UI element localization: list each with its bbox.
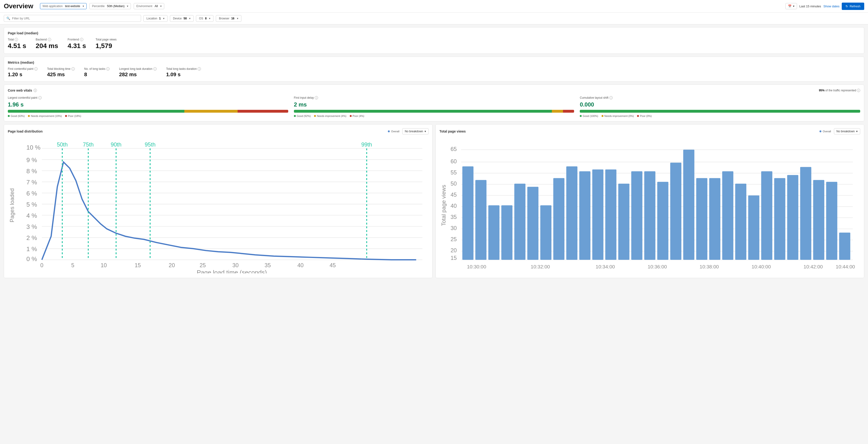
time-range-picker[interactable]: 📅 ▾ (785, 3, 797, 9)
refresh-button[interactable]: ↻ Refresh (842, 3, 864, 10)
svg-text:0: 0 (40, 262, 43, 268)
page-load-dist-header: Page load distribution Overall No breakd… (8, 128, 429, 135)
fcp-metric: First contentful paint i 1.20 s (8, 67, 38, 78)
page-views-overall-legend: Overall (819, 130, 831, 133)
svg-text:25: 25 (200, 262, 206, 268)
svg-text:5: 5 (71, 262, 74, 268)
page-load-overall-legend: Overall (388, 130, 399, 133)
backend-metric: Backend i 204 ms (36, 38, 58, 50)
cwv-info-icon[interactable]: i (34, 89, 37, 92)
fid-info-icon[interactable]: i (315, 96, 318, 99)
web-app-caret-icon: ▾ (83, 4, 84, 8)
cls-item: Cumulative layout shift i 0.000 Good (10… (580, 96, 860, 117)
location-filter[interactable]: Location 1 ▾ (144, 15, 167, 22)
page-views-breakdown-select[interactable]: No breakdown ▾ (834, 128, 860, 135)
lcp-item: Largest contentful paint i 1.96 s Good (… (8, 96, 288, 117)
os-filter[interactable]: OS 8 ▾ (196, 15, 213, 22)
svg-rect-92 (787, 175, 798, 260)
web-app-label: Web application (42, 4, 63, 8)
svg-text:10:40:00: 10:40:00 (751, 264, 771, 269)
svg-text:10: 10 (100, 262, 107, 268)
metrics-median-title: Metrics (median) (8, 61, 860, 64)
page-views-value: 1,579 (96, 42, 117, 50)
time-section: 📅 ▾ Last 15 minutes Show dates ↻ Refresh (785, 3, 864, 10)
page-load-title: Page load (median) (8, 31, 860, 35)
total-long-info-icon[interactable]: i (197, 67, 201, 70)
page-load-breakdown-select[interactable]: No breakdown ▾ (402, 128, 429, 135)
svg-rect-82 (657, 182, 668, 260)
cls-value: 0.000 (580, 101, 860, 108)
fid-good-bar (294, 110, 552, 113)
page-views-metric: Total page views 1,579 (96, 38, 117, 50)
svg-text:Total page views: Total page views (441, 185, 447, 226)
svg-rect-90 (761, 171, 772, 260)
svg-rect-71 (514, 184, 525, 260)
svg-text:55: 55 (451, 170, 457, 176)
svg-text:20: 20 (169, 262, 175, 268)
svg-text:4 %: 4 % (26, 212, 37, 219)
web-app-value: test-website (65, 4, 80, 8)
backend-info-icon[interactable]: i (48, 38, 51, 41)
svg-rect-87 (722, 171, 733, 260)
svg-rect-80 (631, 171, 643, 260)
frontend-info-icon[interactable]: i (80, 38, 83, 41)
fcp-value: 1.20 s (8, 71, 38, 78)
page-load-dist-chart: 10 % 9 % 8 % 7 % 6 % 5 % 4 % 3 % 2 % 1 %… (8, 137, 429, 273)
traffic-info-icon[interactable]: i (857, 89, 860, 92)
views-overall-dot (819, 130, 822, 132)
time-range-label: Last 15 minutes (799, 4, 821, 8)
time-caret-icon: ▾ (793, 4, 795, 8)
lcp-poor-bar (238, 110, 288, 113)
svg-rect-74 (553, 178, 564, 260)
svg-rect-88 (735, 184, 746, 260)
lcp-needs-dot (28, 115, 30, 117)
long-tasks-info-icon[interactable]: i (106, 67, 110, 70)
web-app-filter[interactable]: Web application test-website ▾ (40, 3, 87, 9)
percentile-value: 50th (Median) (107, 4, 124, 8)
lcp-progress (8, 110, 288, 113)
browser-caret-icon: ▾ (237, 17, 238, 20)
fid-legend: Good (92%) Needs improvement (4%) Poor (… (294, 115, 574, 117)
metrics-median-card: Metrics (median) First contentful paint … (4, 57, 864, 82)
device-caret-icon: ▾ (189, 17, 190, 20)
backend-value: 204 ms (36, 42, 58, 50)
tbt-info-icon[interactable]: i (71, 67, 75, 70)
svg-rect-76 (579, 171, 590, 260)
total-long-metric: Total long tasks duration i 1.09 s (166, 67, 201, 78)
svg-rect-83 (670, 162, 681, 260)
page-views-bars (462, 150, 850, 260)
total-page-views-chart: 65 60 55 50 45 40 35 30 25 20 15 Total p… (439, 137, 860, 273)
svg-text:30: 30 (232, 262, 239, 268)
cls-progress (580, 110, 860, 113)
svg-text:35: 35 (451, 214, 457, 220)
cls-poor-dot (637, 115, 639, 117)
svg-rect-70 (501, 205, 512, 260)
fid-needs-bar (552, 110, 563, 113)
search-icon: 🔍 (6, 17, 10, 20)
device-filter[interactable]: Device 58 ▾ (170, 15, 193, 22)
percentile-filter[interactable]: Percentile 50th (Median) ▾ (89, 3, 131, 9)
longest-info-icon[interactable]: i (153, 67, 157, 70)
refresh-icon: ↻ (845, 4, 848, 8)
svg-text:40: 40 (298, 262, 304, 268)
svg-text:90th: 90th (111, 142, 122, 148)
url-search-container[interactable]: 🔍 (4, 15, 141, 22)
url-search-input[interactable] (12, 17, 138, 20)
longest-value: 282 ms (119, 71, 157, 78)
lcp-needs-bar (184, 110, 238, 113)
frontend-metric: Frontend i 4.31 s (68, 38, 86, 50)
environment-filter[interactable]: Environment All ▾ (134, 3, 164, 9)
svg-text:5 %: 5 % (26, 201, 37, 208)
fcp-info-icon[interactable]: i (34, 67, 38, 70)
svg-text:0 %: 0 % (26, 255, 37, 263)
svg-rect-89 (748, 196, 760, 260)
location-caret-icon: ▾ (163, 17, 164, 20)
page-title: Overview (4, 2, 33, 10)
show-dates-button[interactable]: Show dates (824, 4, 840, 8)
browser-filter[interactable]: Browser 16 ▾ (216, 15, 241, 22)
svg-text:95th: 95th (145, 142, 155, 148)
cls-info-icon[interactable]: i (609, 96, 613, 99)
total-info-icon[interactable]: i (15, 38, 18, 41)
svg-text:10:36:00: 10:36:00 (648, 264, 667, 269)
lcp-info-icon[interactable]: i (38, 96, 42, 99)
